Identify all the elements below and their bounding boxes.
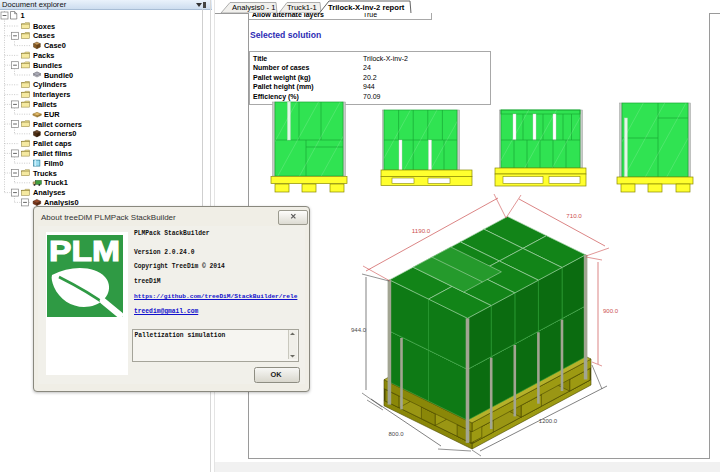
- svg-text:944.0: 944.0: [351, 327, 367, 333]
- svg-text:900.0: 900.0: [603, 308, 619, 314]
- svg-text:PLM: PLM: [49, 235, 120, 267]
- svg-text:1200.0: 1200.0: [539, 418, 558, 424]
- svg-text:800.0: 800.0: [388, 431, 404, 437]
- svg-text:1190.0: 1190.0: [412, 227, 431, 234]
- svg-text:710.0: 710.0: [566, 212, 582, 219]
